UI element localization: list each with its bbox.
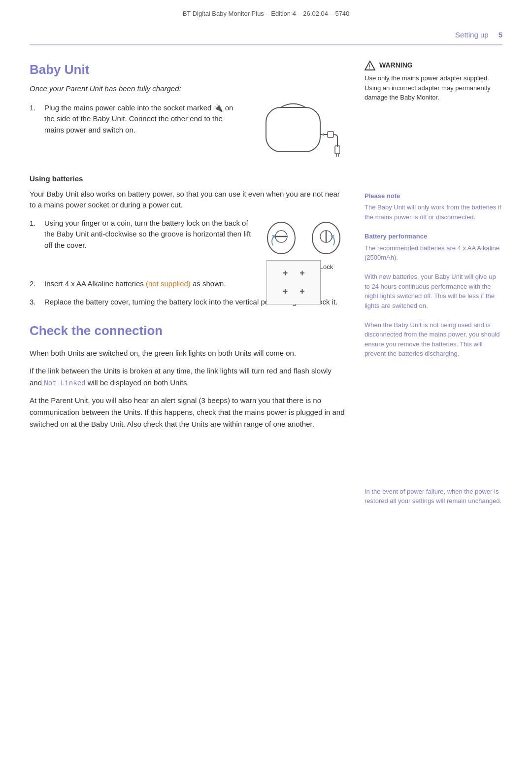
page: BT Digital Baby Monitor Plus – Edition 4… bbox=[0, 0, 532, 775]
step-1-number: 1. bbox=[30, 102, 39, 114]
baby-unit-svg bbox=[251, 102, 340, 162]
battery-perf-title: Battery performance bbox=[365, 232, 502, 241]
please-note-box: Please note The Baby Unit will only work… bbox=[365, 191, 502, 222]
lock-svg bbox=[308, 221, 345, 260]
warning-box: ! WARNING Use only the mains power adapt… bbox=[365, 60, 502, 102]
battery-step-3: 3. Replace the battery cover, turning th… bbox=[30, 297, 345, 308]
check-para-2-suffix: will be displayed on both Units. bbox=[86, 378, 189, 387]
svg-text:!: ! bbox=[368, 64, 370, 69]
battery-compartment: + + + + bbox=[266, 260, 321, 304]
battery-performance-box: Battery performance The recommended batt… bbox=[365, 232, 502, 359]
main-layout: Baby Unit Once your Parent Unit has been… bbox=[0, 45, 532, 521]
lock-label: Lock bbox=[320, 262, 333, 272]
please-note-text: The Baby Unit will only work from the ba… bbox=[365, 202, 502, 222]
baby-unit-title: Baby Unit bbox=[30, 60, 345, 79]
top-bar: BT Digital Baby Monitor Plus – Edition 4… bbox=[0, 0, 532, 24]
batteries-intro: Your Baby Unit also works on battery pow… bbox=[30, 189, 345, 211]
battery-step-2-highlight: (not supplied) bbox=[146, 279, 191, 288]
baby-unit-plug-image bbox=[251, 102, 345, 165]
baby-unit-subtitle: Once your Parent Unit has been fully cha… bbox=[30, 83, 345, 95]
left-column: Baby Unit Once your Parent Unit has been… bbox=[30, 60, 345, 506]
check-para-1: When both Units are switched on, the gre… bbox=[30, 347, 345, 359]
plug-icon-inline: 🔌 bbox=[214, 103, 223, 112]
setting-up-label: Setting up bbox=[455, 30, 489, 41]
plus-2: + bbox=[299, 267, 305, 280]
plus-3: + bbox=[283, 285, 288, 298]
power-failure-note: In the event of power failure, when the … bbox=[365, 487, 502, 506]
warning-label: WARNING bbox=[379, 60, 413, 70]
svg-marker-3 bbox=[321, 133, 324, 136]
battery-perf-text: The recommended batteries are 4 x AA Alk… bbox=[365, 243, 502, 359]
battery-compartment-image: + + + + bbox=[266, 257, 321, 304]
page-number: 5 bbox=[499, 30, 502, 41]
svg-point-8 bbox=[267, 222, 295, 254]
not-linked-inline: Not Linked bbox=[44, 379, 85, 387]
step-1: 1. Plug the mains power cable into the s… bbox=[30, 102, 345, 165]
power-failure-text: In the event of power failure, when the … bbox=[365, 488, 501, 505]
svg-rect-0 bbox=[266, 107, 320, 152]
battery-step-1-number: 1. bbox=[30, 218, 39, 229]
battery-step-3-content: Replace the battery cover, turning the b… bbox=[44, 297, 321, 308]
battery-row-1: + + bbox=[283, 267, 305, 280]
check-connection-section: Check the connection When both Units are… bbox=[30, 321, 345, 430]
header-right: Setting up 5 bbox=[455, 30, 502, 41]
plus-1: + bbox=[283, 267, 288, 280]
step-1-text-main: Plug the mains power cable into the sock… bbox=[44, 103, 214, 112]
battery-step-2-suffix: as shown. bbox=[191, 279, 226, 288]
battery-row-2: + + bbox=[283, 285, 305, 298]
warning-text: Use only the mains power adapter supplie… bbox=[365, 73, 502, 102]
warning-triangle-icon: ! bbox=[365, 61, 375, 70]
warning-title: ! WARNING bbox=[365, 60, 502, 70]
check-connection-title: Check the connection bbox=[30, 321, 345, 340]
using-batteries-title: Using batteries bbox=[30, 173, 345, 185]
battery-step-2-number: 2. bbox=[30, 278, 39, 290]
please-note-title: Please note bbox=[365, 191, 502, 201]
check-para-3: At the Parent Unit, you will also hear a… bbox=[30, 395, 345, 430]
battery-step-3-number: 3. bbox=[30, 297, 39, 308]
battery-step-1-text-span: Using your finger or a coin, turn the ba… bbox=[44, 219, 251, 249]
top-bar-text: BT Digital Baby Monitor Plus – Edition 4… bbox=[183, 10, 350, 17]
battery-step-1-text: Using your finger or a coin, turn the ba… bbox=[44, 218, 255, 251]
unlock-svg bbox=[263, 221, 300, 260]
step-1-text: Plug the mains power cable into the sock… bbox=[44, 102, 243, 136]
battery-step-2-prefix: Insert 4 x AA Alkaline batteries bbox=[44, 279, 146, 288]
header-section: Setting up 5 bbox=[0, 24, 532, 45]
plus-4: + bbox=[299, 285, 305, 298]
step-1-content: Plug the mains power cable into the sock… bbox=[44, 102, 345, 165]
right-column: ! WARNING Use only the mains power adapt… bbox=[365, 60, 502, 506]
svg-rect-5 bbox=[335, 146, 340, 154]
svg-rect-2 bbox=[328, 132, 333, 137]
check-para-2: If the link between the Units is broken … bbox=[30, 365, 345, 389]
